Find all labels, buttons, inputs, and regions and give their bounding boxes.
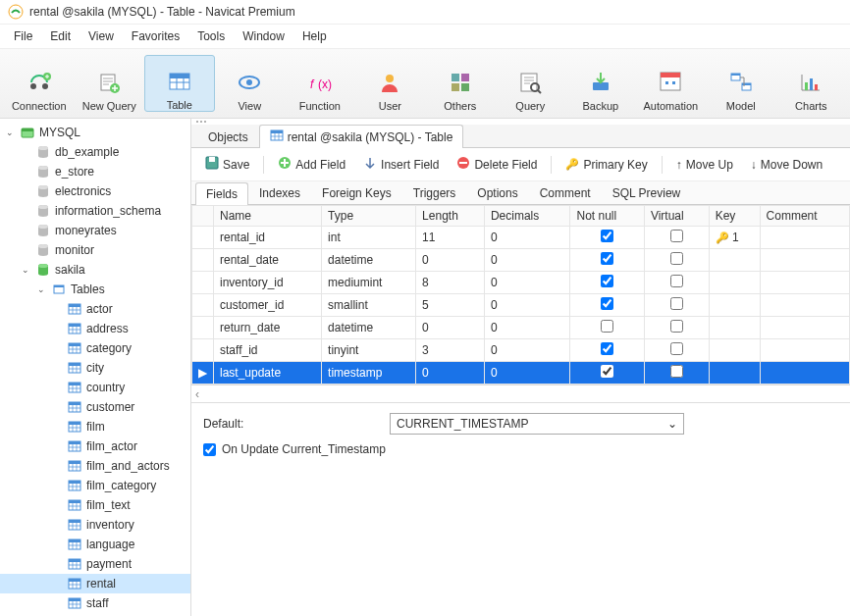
toolbar-user[interactable]: User	[355, 55, 426, 112]
cell-comment[interactable]	[760, 362, 849, 385]
cell-name[interactable]: inventory_id	[214, 272, 322, 294]
designer-tab-options[interactable]: Options	[466, 181, 528, 204]
tree-arrow-icon[interactable]	[51, 519, 63, 531]
designer-tab-comment[interactable]: Comment	[529, 181, 602, 204]
table-country[interactable]: country	[0, 378, 190, 397]
cell-type[interactable]: mediumint	[322, 272, 416, 294]
move-down-button[interactable]: ↓ Move Down	[747, 156, 826, 174]
db-db_example[interactable]: db_example	[0, 142, 190, 162]
cell-notnull[interactable]	[570, 272, 644, 294]
cell-virtual[interactable]	[644, 339, 709, 362]
toolbar-query[interactable]: Query	[496, 55, 566, 112]
tree-arrow-icon[interactable]	[51, 460, 63, 472]
db-electronics[interactable]: electronics	[0, 181, 190, 201]
field-row[interactable]: inventory_id mediumint 8 0	[192, 272, 850, 294]
tree-arrow-icon[interactable]	[51, 323, 63, 334]
table-film_and_actors[interactable]: film_and_actors	[0, 456, 190, 476]
cell-comment[interactable]	[760, 317, 849, 339]
insert-field-button[interactable]: Insert Field	[359, 154, 443, 175]
cell-type[interactable]: int	[322, 227, 416, 249]
tree-arrow-icon[interactable]	[51, 440, 63, 452]
tree-arrow-icon[interactable]: ⌄	[35, 283, 47, 295]
designer-tab-sql-preview[interactable]: SQL Preview	[602, 181, 692, 204]
db-moneyrates[interactable]: moneyrates	[0, 221, 190, 240]
cell-length[interactable]: 0	[416, 249, 485, 272]
toolbar-backup[interactable]: Backup	[565, 55, 636, 112]
cell-notnull[interactable]	[570, 362, 644, 385]
cell-key[interactable]: 🔑 1	[709, 227, 760, 249]
designer-tab-triggers[interactable]: Triggers	[402, 181, 467, 204]
virtual-checkbox[interactable]	[670, 297, 683, 310]
table-staff[interactable]: staff	[0, 593, 190, 613]
tables-folder[interactable]: ⌄ Tables	[0, 280, 190, 299]
tree-arrow-icon[interactable]	[51, 558, 63, 570]
tree-arrow-icon[interactable]	[51, 578, 63, 590]
toolbar-new-query[interactable]: New Query	[75, 55, 145, 112]
menu-favorites[interactable]: Favorites	[124, 26, 187, 46]
table-film_actor[interactable]: film_actor	[0, 436, 190, 456]
cell-length[interactable]: 3	[416, 339, 485, 362]
tree-arrow-icon[interactable]: ⌄	[4, 127, 16, 138]
horizontal-scrollbar[interactable]: ‹	[191, 385, 850, 402]
toolbar-charts[interactable]: Charts	[776, 55, 847, 112]
table-film[interactable]: film	[0, 417, 190, 436]
virtual-checkbox[interactable]	[670, 365, 683, 378]
tree-arrow-icon[interactable]	[51, 499, 63, 511]
tree-arrow-icon[interactable]	[51, 539, 63, 550]
toolbar-connection[interactable]: Connection	[4, 55, 75, 112]
virtual-checkbox[interactable]	[670, 320, 683, 333]
menu-tools[interactable]: Tools	[189, 26, 233, 46]
tree-arrow-icon[interactable]	[51, 342, 63, 354]
cell-notnull[interactable]	[570, 227, 644, 249]
menu-view[interactable]: View	[80, 26, 122, 46]
col-decimals[interactable]: Decimals	[484, 206, 570, 227]
tree-arrow-icon[interactable]	[20, 166, 31, 178]
field-row[interactable]: rental_date datetime 0 0	[192, 249, 850, 272]
db-e_store[interactable]: e_store	[0, 162, 190, 181]
col-name[interactable]: Name	[214, 206, 322, 227]
notnull-checkbox[interactable]	[601, 297, 613, 310]
cell-key[interactable]	[709, 362, 760, 385]
fields-grid[interactable]: NameTypeLengthDecimalsNot nullVirtualKey…	[191, 205, 850, 385]
toolbar-view[interactable]: View	[215, 55, 286, 112]
cell-virtual[interactable]	[644, 227, 709, 249]
cell-key[interactable]	[709, 317, 760, 339]
cell-key[interactable]	[709, 294, 760, 317]
tree-arrow-icon[interactable]	[51, 480, 63, 491]
cell-comment[interactable]	[760, 339, 849, 362]
toolbar-others[interactable]: Others	[425, 55, 496, 112]
cell-comment[interactable]	[760, 227, 849, 249]
table-customer[interactable]: customer	[0, 397, 190, 417]
cell-type[interactable]: smallint	[322, 294, 416, 317]
col-comment[interactable]: Comment	[760, 206, 849, 227]
designer-tab-fields[interactable]: Fields	[195, 182, 248, 205]
db-monitor[interactable]: monitor	[0, 240, 190, 260]
menu-file[interactable]: File	[6, 26, 40, 46]
toolbar-automation[interactable]: Automation	[636, 55, 707, 112]
cell-decimals[interactable]: 0	[484, 362, 570, 385]
tree-arrow-icon[interactable]	[51, 401, 63, 413]
table-category[interactable]: category	[0, 338, 190, 358]
tree-arrow-icon[interactable]	[51, 303, 63, 315]
cell-decimals[interactable]: 0	[484, 339, 570, 362]
save-button[interactable]: Save	[201, 154, 253, 175]
table-payment[interactable]: payment	[0, 554, 190, 574]
menu-edit[interactable]: Edit	[42, 26, 79, 46]
cell-length[interactable]: 0	[416, 362, 485, 385]
notnull-checkbox[interactable]	[601, 320, 613, 333]
table-film_category[interactable]: film_category	[0, 476, 190, 495]
tab-rental[interactable]: rental @sakila (MYSQL) - Table	[259, 125, 464, 148]
field-row[interactable]: customer_id smallint 5 0	[192, 294, 850, 317]
cell-virtual[interactable]	[644, 294, 709, 317]
virtual-checkbox[interactable]	[670, 275, 683, 287]
cell-virtual[interactable]	[644, 272, 709, 294]
virtual-checkbox[interactable]	[670, 230, 683, 242]
connection-mysql[interactable]: ⌄ MYSQL	[0, 123, 190, 142]
virtual-checkbox[interactable]	[670, 252, 683, 265]
col-length[interactable]: Length	[416, 206, 485, 227]
table-inventory[interactable]: inventory	[0, 515, 190, 535]
menu-window[interactable]: Window	[235, 26, 292, 46]
cell-length[interactable]: 0	[416, 317, 485, 339]
cell-type[interactable]: tinyint	[322, 339, 416, 362]
table-address[interactable]: address	[0, 319, 190, 338]
